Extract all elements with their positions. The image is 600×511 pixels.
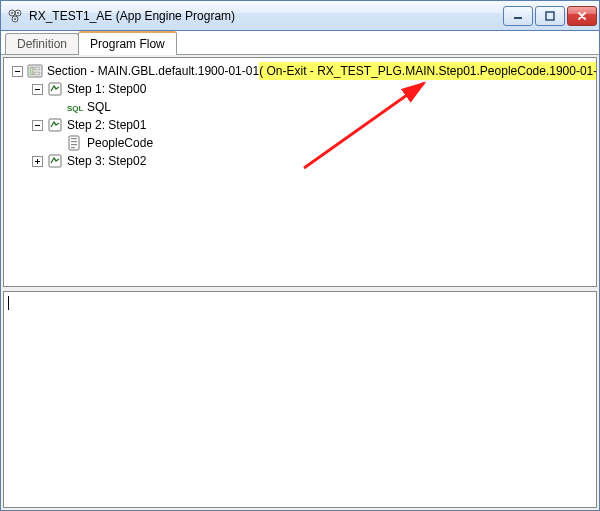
tree-spacer	[52, 138, 63, 149]
step1-node[interactable]: Step 1: Step00 SQL	[32, 80, 592, 116]
step1-action-node[interactable]: SQL SQL	[52, 98, 592, 116]
step-icon	[47, 153, 63, 169]
svg-rect-10	[34, 67, 40, 70]
app-engine-window: RX_TEST1_AE (App Engine Program) Definit…	[0, 0, 600, 511]
step2-label: Step 2: Step01	[67, 116, 146, 134]
svg-rect-11	[34, 72, 40, 75]
step-icon	[47, 81, 63, 97]
step1-action-label: SQL	[87, 98, 111, 116]
section-label: Section - MAIN.GBL.default.1900-01-01	[47, 62, 259, 80]
step2-node[interactable]: Step 2: Step01	[32, 116, 592, 152]
window-buttons	[501, 6, 597, 26]
section-icon	[27, 63, 43, 79]
svg-rect-20	[49, 155, 61, 167]
svg-point-3	[11, 12, 13, 14]
svg-point-5	[14, 18, 16, 20]
tree-pane[interactable]: Section - MAIN.GBL.default.1900-01-01 ( …	[3, 57, 597, 287]
tab-program-flow[interactable]: Program Flow	[78, 31, 177, 55]
svg-rect-19	[71, 147, 75, 148]
svg-rect-12	[49, 83, 61, 95]
section-node[interactable]: Section - MAIN.GBL.default.1900-01-01 ( …	[12, 62, 592, 170]
svg-rect-17	[71, 141, 77, 142]
svg-point-4	[17, 12, 19, 14]
expando-minus-icon[interactable]	[32, 120, 43, 131]
expando-plus-icon[interactable]	[32, 156, 43, 167]
close-button[interactable]	[567, 6, 597, 26]
svg-rect-6	[514, 17, 522, 19]
peoplecode-icon	[67, 135, 83, 151]
svg-rect-16	[71, 138, 77, 139]
expando-minus-icon[interactable]	[32, 84, 43, 95]
tab-row: Definition Program Flow	[1, 31, 599, 55]
expando-minus-icon[interactable]	[12, 66, 23, 77]
svg-rect-14	[49, 119, 61, 131]
app-engine-icon	[7, 8, 23, 24]
step3-label: Step 3: Step02	[67, 152, 146, 170]
tree-spacer	[52, 102, 63, 113]
sql-icon: SQL	[67, 99, 83, 115]
step1-label: Step 1: Step00	[67, 80, 146, 98]
step2-action-label: PeopleCode	[87, 134, 153, 152]
text-caret	[8, 296, 9, 310]
window-titlebar: RX_TEST1_AE (App Engine Program)	[1, 1, 599, 31]
section-highlight: ( On-Exit - RX_TEST_PLG.MAIN.Step01.Peop…	[259, 62, 597, 80]
svg-rect-18	[71, 144, 77, 145]
svg-text:SQL: SQL	[67, 104, 83, 113]
maximize-button[interactable]	[535, 6, 565, 26]
svg-rect-9	[30, 67, 33, 75]
step3-node[interactable]: Step 3: Step02	[32, 152, 592, 170]
step2-action-node[interactable]: PeopleCode	[52, 134, 592, 152]
detail-pane[interactable]	[3, 291, 597, 508]
minimize-button[interactable]	[503, 6, 533, 26]
program-flow-tree: Section - MAIN.GBL.default.1900-01-01 ( …	[4, 58, 596, 174]
window-title: RX_TEST1_AE (App Engine Program)	[29, 9, 501, 23]
tab-definition[interactable]: Definition	[5, 33, 79, 54]
client-area: Section - MAIN.GBL.default.1900-01-01 ( …	[1, 55, 599, 510]
step-icon	[47, 117, 63, 133]
svg-rect-7	[546, 12, 554, 20]
